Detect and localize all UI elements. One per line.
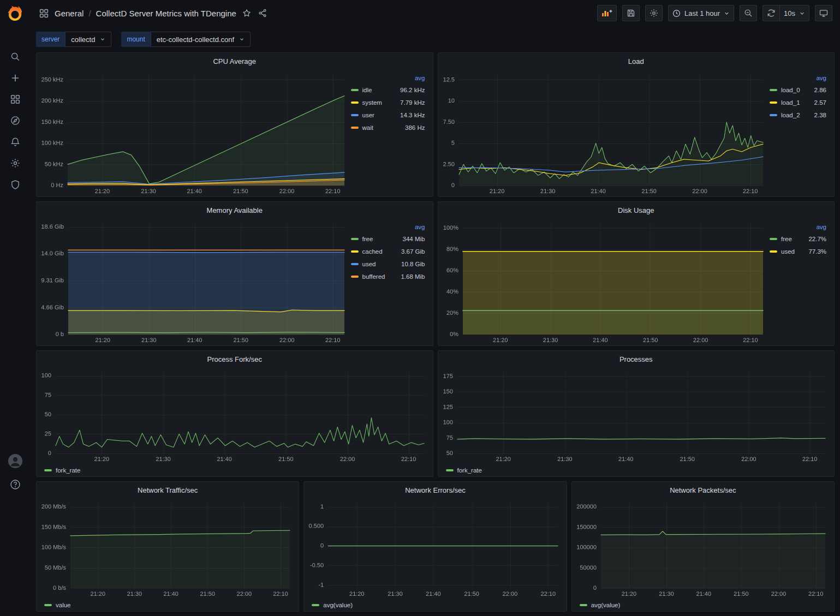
memory-available-chart[interactable]	[39, 218, 349, 345]
panel-title[interactable]: Network Traffic/sec	[138, 486, 198, 494]
panel-header[interactable]: Network Packets/sec	[572, 482, 834, 498]
legend-item-load2[interactable]: load_2 2.38	[770, 109, 826, 121]
legend-item-avg-value[interactable]: avg(value)	[306, 599, 562, 611]
legend-avg-header[interactable]: avg	[770, 73, 826, 83]
sidebar-item-explore[interactable]	[10, 116, 20, 125]
cycle-view-mode-button[interactable]	[815, 5, 832, 21]
variable-mount-value: etc-collectd-collectd.conf	[157, 35, 234, 44]
legend-item-free[interactable]: free 344 Mib	[351, 232, 425, 245]
shield-icon	[10, 180, 20, 189]
legend-avg-header[interactable]: avg	[351, 73, 425, 83]
chevron-down-icon	[724, 10, 730, 16]
series-swatch	[580, 604, 587, 606]
network-errors-chart[interactable]	[306, 498, 562, 599]
panel-process-fork: Process Fork/sec fork_rate	[36, 350, 433, 477]
load-chart[interactable]	[440, 69, 768, 196]
panel-header[interactable]: Network Errors/sec	[304, 482, 566, 498]
sidebar-item-create[interactable]	[10, 73, 20, 83]
sidebar-item-server-admin[interactable]	[10, 180, 20, 189]
panel-header[interactable]: CPU Average	[37, 53, 433, 69]
zoom-out-button[interactable]	[740, 5, 757, 21]
panel-header[interactable]: Load	[438, 53, 835, 69]
chevron-down-icon	[239, 37, 245, 42]
series-swatch	[770, 238, 777, 240]
legend-item-used[interactable]: used 77.3%	[770, 245, 826, 258]
panel-header[interactable]: Process Fork/sec	[37, 351, 433, 367]
process-fork-chart[interactable]	[39, 367, 428, 464]
refresh-button[interactable]	[762, 5, 780, 21]
series-swatch	[312, 604, 319, 606]
panel-title[interactable]: CPU Average	[213, 57, 256, 65]
template-variables-row: server collectd mount etc-collectd-colle…	[31, 26, 840, 52]
series-swatch	[770, 250, 777, 253]
gear-icon	[650, 9, 658, 17]
refresh-group: 10s	[762, 5, 809, 21]
panel-header[interactable]: Disk Usage	[438, 202, 835, 218]
series-swatch	[446, 469, 454, 471]
variable-mount-dropdown[interactable]: etc-collectd-collectd.conf	[151, 32, 251, 47]
legend-item-user[interactable]: user 14.3 kHz	[351, 109, 425, 121]
zoom-out-icon	[744, 9, 753, 17]
disk-usage-chart[interactable]	[440, 218, 768, 345]
variable-server-value: collectd	[71, 35, 95, 44]
legend-item-fork-rate[interactable]: fork_rate	[440, 464, 830, 476]
legend-item-used[interactable]: used 10.8 Gib	[351, 258, 425, 270]
panel-processes: Processes fork_rate	[438, 350, 835, 477]
legend-item-value[interactable]: value	[39, 599, 294, 611]
panel-header[interactable]: Memory Available	[37, 202, 433, 218]
breadcrumb-general[interactable]: General	[55, 9, 84, 18]
legend-item-load1[interactable]: load_1 2.57	[770, 96, 826, 109]
time-range-picker[interactable]: Last 1 hour	[668, 5, 734, 21]
panel-title[interactable]: Process Fork/sec	[207, 355, 262, 363]
star-dashboard-button[interactable]	[241, 8, 252, 19]
legend-item-idle[interactable]: idle 96.2 kHz	[351, 83, 425, 96]
panel-title[interactable]: Processes	[619, 355, 653, 363]
sidebar-item-dashboards[interactable]	[10, 94, 20, 104]
sidebar-item-search[interactable]	[10, 52, 20, 62]
sidebar-bottom	[0, 454, 31, 492]
share-dashboard-button[interactable]	[257, 8, 268, 19]
variable-server-dropdown[interactable]: collectd	[65, 32, 111, 47]
legend-item-cached[interactable]: cached 3.67 Gib	[351, 245, 425, 258]
dashboard-settings-button[interactable]	[645, 5, 663, 21]
legend-item-load0[interactable]: load_0 2.86	[770, 83, 826, 96]
save-dashboard-button[interactable]	[622, 5, 640, 21]
legend-avg-header[interactable]: avg	[770, 222, 826, 232]
clock-icon	[672, 9, 681, 17]
panel-network-errors: Network Errors/sec avg(value)	[303, 481, 567, 612]
legend-item-free[interactable]: free 22.7%	[770, 232, 826, 245]
cpu-average-chart[interactable]	[39, 69, 349, 196]
legend-item-system[interactable]: system 7.79 kHz	[351, 96, 425, 109]
legend-item-fork-rate[interactable]: fork_rate	[39, 464, 428, 476]
user-avatar[interactable]	[8, 454, 22, 470]
gear-icon	[10, 158, 20, 168]
sidebar-item-configuration[interactable]	[10, 158, 20, 168]
panel-title[interactable]: Disk Usage	[618, 206, 654, 214]
legend-item-buffered[interactable]: buffered 1.68 Mib	[351, 270, 425, 283]
top-nav: General / CollectD Server Metrics with T…	[31, 0, 840, 26]
network-traffic-chart[interactable]	[39, 498, 294, 599]
sidebar-item-alerting[interactable]	[10, 137, 20, 147]
panel-title[interactable]: Network Errors/sec	[405, 486, 466, 494]
processes-chart[interactable]	[440, 367, 830, 464]
share-icon	[258, 9, 267, 17]
panel-title[interactable]: Memory Available	[207, 206, 263, 214]
add-panel-button[interactable]	[597, 5, 617, 21]
series-swatch	[351, 101, 359, 104]
series-swatch	[351, 263, 359, 265]
breadcrumb: General / CollectD Server Metrics with T…	[38, 8, 268, 19]
bell-icon	[10, 137, 20, 147]
legend-item-wait[interactable]: wait 386 Hz	[351, 121, 425, 134]
grafana-logo[interactable]	[7, 5, 23, 21]
panel-header[interactable]: Processes	[438, 351, 835, 367]
panel-title[interactable]: Network Packets/sec	[670, 486, 736, 494]
series-swatch	[44, 604, 52, 606]
series-swatch	[351, 238, 359, 240]
panel-header[interactable]: Network Traffic/sec	[37, 482, 299, 498]
panel-title[interactable]: Load	[628, 57, 644, 65]
legend-item-avg-value[interactable]: avg(value)	[574, 599, 830, 611]
refresh-interval-dropdown[interactable]: 10s	[780, 5, 809, 21]
network-packets-chart[interactable]	[574, 498, 830, 599]
help-button[interactable]	[10, 479, 21, 492]
legend-avg-header[interactable]: avg	[351, 222, 425, 232]
